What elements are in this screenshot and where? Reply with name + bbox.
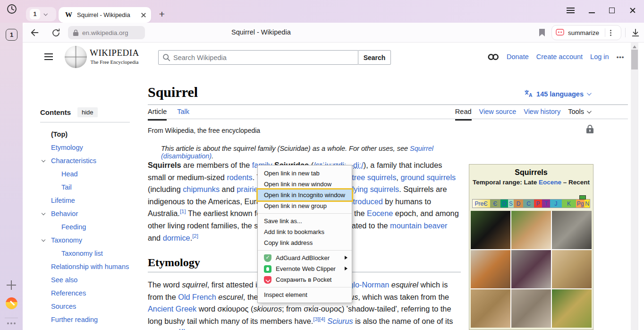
- tabs-divider: [148, 119, 628, 119]
- timeline-segment-cretaceous[interactable]: K: [562, 200, 576, 208]
- menu-item-open-link-new-window[interactable]: Open link in new window: [258, 179, 352, 190]
- sidebar-item-further-reading[interactable]: Further reading: [40, 313, 140, 326]
- window-close-button[interactable]: [628, 6, 637, 15]
- sidebar-item-top[interactable]: (Top): [40, 128, 140, 141]
- sidebar-item-taxonomy[interactable]: Taxonomy: [40, 234, 140, 247]
- menu-item-open-link-incognito-window[interactable]: Open link in Incognito window: [258, 190, 352, 200]
- menu-separator: [258, 250, 352, 251]
- bookmark-icon[interactable]: [536, 27, 548, 38]
- wordmark-title: WIKIPEDIA: [90, 48, 139, 58]
- chevron-down-icon[interactable]: [42, 238, 45, 242]
- tab-view-history[interactable]: View history: [524, 108, 560, 119]
- squirrel-photo[interactable]: [552, 289, 592, 328]
- summarize-button[interactable]: summarize: [551, 25, 621, 40]
- submenu-arrow-icon: [345, 267, 347, 270]
- history-icon[interactable]: [6, 3, 18, 15]
- browser-tab[interactable]: W Squirrel - Wikipedia: [59, 7, 151, 23]
- squirrel-photo[interactable]: [471, 211, 510, 249]
- wiki-hamburger-menu[interactable]: [44, 53, 53, 60]
- downloads-button[interactable]: [630, 27, 641, 38]
- wikipedia-wordmark[interactable]: WIKIPEDIA The Free Encyclopedia: [90, 48, 139, 65]
- chevron-down-icon[interactable]: [42, 158, 45, 162]
- tab-group-pill[interactable]: 1: [26, 7, 56, 21]
- menu-item-open-link-new-tab[interactable]: Open link in new tab: [258, 168, 352, 179]
- wikipedia-globe-logo[interactable]: [65, 46, 87, 68]
- squirrel-photo[interactable]: [471, 289, 510, 328]
- sidebar-item-taxonomy-list[interactable]: Taxonomy list: [40, 247, 140, 260]
- timeline-segment-triassic[interactable]: T: [542, 200, 550, 208]
- timeline-segment-carboniferous[interactable]: C: [523, 200, 534, 208]
- wikimedia-infinity-icon[interactable]: [488, 53, 499, 61]
- summarize-more-icon[interactable]: [610, 32, 611, 34]
- menu-item-copy-link-address[interactable]: Copy link address: [258, 237, 352, 248]
- squirrel-photo[interactable]: [552, 211, 592, 249]
- sidebar-item-relationship-with-humans[interactable]: Relationship with humans: [40, 260, 140, 273]
- page-scrollbar[interactable]: [631, 43, 638, 330]
- browser-menu-icon[interactable]: [566, 6, 575, 15]
- timeline-segment-cambrian[interactable]: Є: [490, 200, 501, 208]
- sidebar-item-references[interactable]: References: [40, 287, 140, 300]
- sidebar-item-head[interactable]: Head: [40, 167, 140, 181]
- rail-tab-count-badge[interactable]: 1: [6, 29, 17, 41]
- sidebar-item-etymology[interactable]: Etymology: [40, 141, 140, 154]
- back-button[interactable]: [29, 27, 41, 38]
- sidebar-item-external-links[interactable]: External links: [40, 326, 140, 330]
- timeline-segment-jurassic[interactable]: J: [550, 200, 562, 208]
- window-minimize-button[interactable]: [587, 6, 596, 15]
- search-input[interactable]: [173, 54, 358, 61]
- rail-add-icon[interactable]: [6, 279, 17, 291]
- squirrel-photo[interactable]: [511, 211, 551, 249]
- sidebar-item-see-also[interactable]: See also: [40, 273, 140, 287]
- window-maximize-button[interactable]: [608, 6, 616, 15]
- timeline-segment-ordovician[interactable]: O: [500, 200, 508, 208]
- squirrel-photo[interactable]: [511, 250, 551, 288]
- squirrel-photo[interactable]: [511, 289, 551, 328]
- sidebar-item-behavior[interactable]: Behavior: [40, 207, 140, 220]
- log-in-link[interactable]: Log in: [590, 53, 609, 61]
- rail-more-icon[interactable]: [7, 322, 9, 324]
- timeline-segment-permian[interactable]: P: [534, 200, 542, 208]
- menu-item-open-link-new-group[interactable]: Open link in new group: [258, 200, 352, 211]
- reload-button[interactable]: [50, 27, 61, 38]
- user-menu-dots-icon[interactable]: •••: [617, 53, 625, 61]
- new-tab-button[interactable]: +: [156, 8, 168, 20]
- timeline-segment-neogene[interactable]: N: [585, 200, 590, 208]
- sidebar-item-tail[interactable]: Tail: [40, 181, 140, 194]
- chevron-down-icon[interactable]: [42, 211, 45, 215]
- menu-item-inspect-element[interactable]: Inspect element: [258, 289, 352, 300]
- chevron-down-icon[interactable]: [43, 12, 47, 16]
- languages-button[interactable]: A 145 languages: [524, 90, 590, 98]
- sidebar-item-sources[interactable]: Sources: [40, 300, 140, 313]
- sidebar-item-lifetime[interactable]: Lifetime: [40, 194, 140, 207]
- create-account-link[interactable]: Create account: [536, 53, 583, 61]
- menu-item-adguard[interactable]: AdGuard AdBlocker: [258, 252, 352, 263]
- tab-tools[interactable]: Tools: [568, 108, 590, 119]
- tab-close-icon[interactable]: [141, 12, 146, 18]
- timeline-segment-silurian[interactable]: S: [508, 200, 514, 208]
- sidebar-item-feeding[interactable]: Feeding: [40, 220, 140, 234]
- squirrel-photo[interactable]: [552, 250, 592, 288]
- sidebar-item-characteristics[interactable]: Characteristics: [40, 154, 140, 167]
- yandex-mail-icon[interactable]: [6, 297, 17, 309]
- menu-item-evernote[interactable]: Evernote Web Clipper: [258, 263, 352, 274]
- languages-label[interactable]: 145 languages: [536, 90, 584, 98]
- timeline-segment-paleogene[interactable]: Pg: [576, 200, 585, 208]
- contents-hide-button[interactable]: hide: [77, 107, 98, 117]
- timeline-segment-devonian[interactable]: D: [514, 200, 523, 208]
- address-bar[interactable]: en.wikipedia.org: [68, 26, 145, 39]
- timeline-segment-precambrian[interactable]: PreЄ: [473, 200, 490, 208]
- wiki-search-box[interactable]: [158, 50, 358, 65]
- menu-item-save-to-pocket[interactable]: Сохранить в Pocket: [258, 274, 352, 285]
- search-button[interactable]: Search: [358, 50, 391, 65]
- scrollbar-thumb[interactable]: [631, 50, 638, 69]
- squirrel-photo[interactable]: [471, 250, 510, 288]
- chevron-down-icon[interactable]: [587, 91, 592, 96]
- donate-link[interactable]: Donate: [507, 53, 529, 61]
- menu-item-save-link-as[interactable]: Save link as...: [258, 216, 352, 226]
- scrollbar-up-arrow[interactable]: [633, 45, 636, 48]
- page-protection-lock-icon[interactable]: [586, 125, 594, 136]
- tab-view-source[interactable]: View source: [479, 108, 517, 119]
- squirrel-infobox: Squirrels Temporal range: Late Eocene – …: [469, 164, 593, 330]
- menu-item-add-link-to-bookmarks[interactable]: Add link to bookmarks: [258, 226, 352, 237]
- menu-separator: [258, 213, 352, 214]
